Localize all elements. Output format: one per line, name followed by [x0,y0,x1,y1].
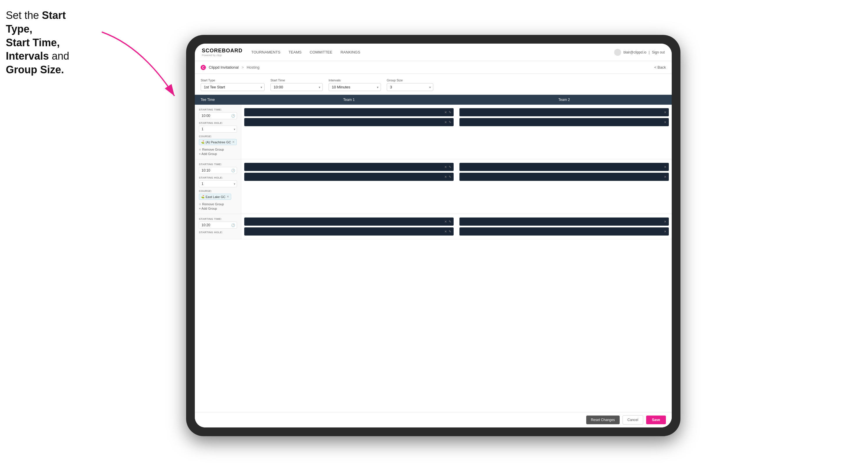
start-time-select[interactable]: 10:00 [271,83,323,91]
slot-x-3-1-2[interactable]: ✕ [444,230,447,234]
player-slot-2-1-2: ✕ ✎ [244,173,454,181]
nav-separator: | [649,50,650,54]
slot-edit-1-1-2[interactable]: ✎ [449,120,451,124]
remove-group-2[interactable]: ○ Remove Group [199,202,237,206]
slot-x-2-2-2[interactable]: ✕ [664,175,666,179]
starting-hole-label-3: STARTING HOLE: [199,231,237,234]
time-input-wrapper-1: 🕐 [199,112,237,119]
hole-select-wrapper-1: 1 10 [199,126,237,133]
remove-group-1[interactable]: ○ Remove Group [199,148,237,152]
instruction-panel: Set the Start Type,Start Time,Intervals … [6,9,93,77]
group-row-3: STARTING TIME: 🕐 STARTING HOLE: ✕ ✎ [195,214,672,239]
instruction-bold2: Group Size. [6,64,64,75]
empty-slot-2-2-1: ✕ [460,163,669,171]
user-email: blair@clippd.io [623,50,646,54]
tablet-frame: SCOREBOARD Powered by clipp TOURNAMENTS … [186,35,680,436]
logo-text: SCOREBOARD [202,48,243,54]
nav-tournaments[interactable]: TOURNAMENTS [251,49,280,56]
table-header: Tee Time Team 1 Team 2 [195,95,672,105]
cancel-button[interactable]: Cancel [623,415,643,425]
starting-time-label-2: STARTING TIME: [199,163,237,166]
player-slot-3-1-1: ✕ ✎ [244,218,454,226]
intervals-select-wrapper: 10 Minutes 8 Minutes 12 Minutes [329,83,381,91]
slot-x-2-1-2[interactable]: ✕ [444,175,447,179]
hole-select-1[interactable]: 1 10 [199,126,237,133]
main-content: Start Type 1st Tee Start Shotgun Start S… [195,74,672,428]
group-3-team2: ✕ ✕ [457,214,672,239]
logo-sub: Powered by clipp [202,54,243,57]
course-name-2: East Lake GC [206,195,225,198]
player-slot-2-1-1: ✕ ✎ [244,163,454,171]
hole-select-wrapper-2: 1 10 [199,180,237,187]
slot-x-2-2-1[interactable]: ✕ [664,165,666,169]
group-1-team1: ✕ ✎ ✕ ✎ [241,105,457,159]
add-group-1[interactable]: + Add Group [199,152,237,156]
start-type-label: Start Type [200,79,265,82]
start-type-select[interactable]: 1st Tee Start Shotgun Start [200,83,265,91]
nav-items: TOURNAMENTS TEAMS COMMITTEE RANKINGS [251,49,614,56]
slot-x-3-1-1[interactable]: ✕ [444,220,447,224]
slot-x-2-1-1[interactable]: ✕ [444,165,447,169]
slot-x-1-1-1[interactable]: ✕ [444,111,447,114]
header-tee-time: Tee Time [195,98,241,102]
slot-x-1-2-2[interactable]: ✕ [664,120,666,124]
nav-teams[interactable]: TEAMS [288,49,302,56]
group-size-select-wrapper: 3 2 4 [387,83,433,91]
slot-edit-3-1-2[interactable]: ✎ [449,230,451,234]
logo-area: SCOREBOARD Powered by clipp [202,48,243,57]
breadcrumb-section: Hosting [247,65,259,69]
intervals-group: Intervals 10 Minutes 8 Minutes 12 Minute… [329,79,381,91]
tournament-icon: C [200,65,206,70]
starting-time-label-3: STARTING TIME: [199,218,237,220]
intervals-label: Intervals [329,79,381,82]
slot-edit-2-1-1[interactable]: ✎ [449,165,451,169]
course-tag-1: ⛳ (A) Peachtree GC ✕ [199,139,237,145]
nav-committee[interactable]: COMMITTEE [310,49,332,56]
user-avatar [614,49,621,56]
hole-select-2[interactable]: 1 10 [199,180,237,187]
slot-x-3-2-2[interactable]: ✕ [664,230,666,234]
slot-x-3-2-1[interactable]: ✕ [664,220,666,224]
slot-edit-1-1-1[interactable]: ✎ [449,111,451,114]
sign-out-link[interactable]: Sign out [652,50,665,54]
breadcrumb-separator: > [242,65,244,69]
player-slot-1-1-2: ✕ ✎ [244,118,454,126]
group-3-left: STARTING TIME: 🕐 STARTING HOLE: [195,214,241,239]
group-size-select[interactable]: 3 2 4 [387,83,433,91]
group-1-left: STARTING TIME: 🕐 STARTING HOLE: 1 10 [195,105,241,159]
course-name-1: (A) Peachtree GC [206,141,231,144]
starting-hole-label-2: STARTING HOLE: [199,176,237,179]
add-group-2[interactable]: + Add Group [199,207,237,210]
group-row-2: STARTING TIME: 🕐 STARTING HOLE: 1 10 [195,159,672,214]
tablet-screen: SCOREBOARD Powered by clipp TOURNAMENTS … [195,43,672,428]
slot-edit-3-1-1[interactable]: ✎ [449,220,451,224]
header-team1: Team 1 [241,98,457,102]
back-button[interactable]: < Back [654,65,666,69]
starting-hole-label-1: STARTING HOLE: [199,122,237,124]
tournament-name[interactable]: Clippd Invitational [209,65,239,69]
intervals-select[interactable]: 10 Minutes 8 Minutes 12 Minutes [329,83,381,91]
schedule-table: Tee Time Team 1 Team 2 STARTING TIME: 🕐 … [195,95,672,412]
clock-icon-1: 🕐 [231,114,235,118]
clock-icon-2: 🕐 [231,169,235,173]
start-type-group: Start Type 1st Tee Start Shotgun Start [200,79,265,91]
save-button[interactable]: Save [646,415,666,424]
course-label-1: COURSE: [199,135,237,138]
slot-x-1-2-1[interactable]: ✕ [664,111,666,114]
start-time-select-wrapper: 10:00 [271,83,323,91]
group-row-1: STARTING TIME: 🕐 STARTING HOLE: 1 10 [195,105,672,159]
player-slot-3-1-2: ✕ ✎ [244,227,454,236]
start-time-label: Start Time [271,79,323,82]
clock-icon-3: 🕐 [231,223,235,227]
course-icon-1: ⛳ [201,141,205,144]
group-2-left: STARTING TIME: 🕐 STARTING HOLE: 1 10 [195,159,241,214]
instruction-bold: Start Type,Start Time,Intervals [6,9,66,62]
slot-x-1-1-2[interactable]: ✕ [444,120,447,124]
nav-rankings[interactable]: RANKINGS [341,49,360,56]
course-remove-1[interactable]: ✕ [232,140,235,144]
course-remove-2[interactable]: ✕ [226,195,229,198]
course-icon-2: ⛳ [201,195,205,198]
reset-changes-button[interactable]: Reset Changes [586,415,620,424]
slot-edit-2-1-2[interactable]: ✎ [449,175,451,179]
group-1-team2: ✕ ✕ [457,105,672,159]
